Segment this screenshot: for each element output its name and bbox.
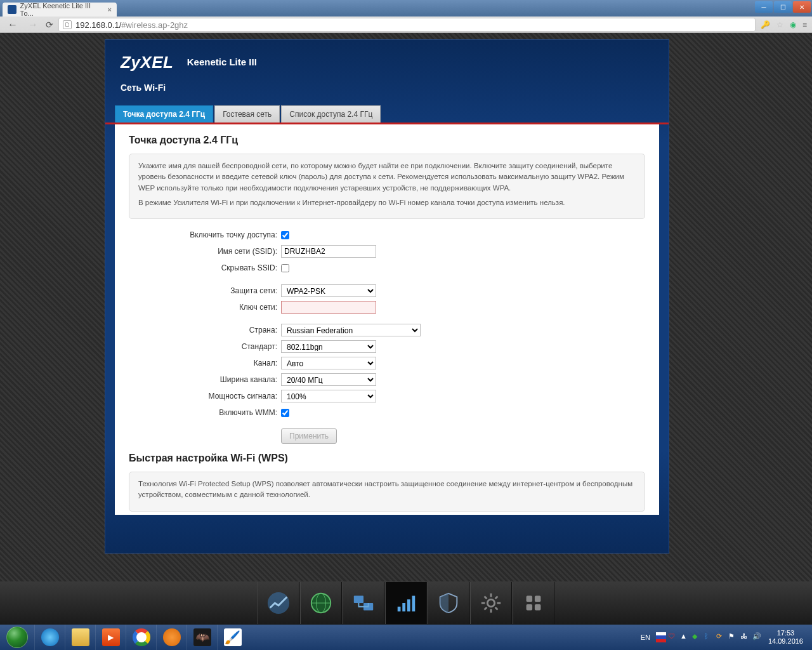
gear-icon	[479, 591, 503, 615]
enable-ap-label: Включить точку доступа:	[129, 230, 281, 239]
reload-button[interactable]: ⟳	[46, 20, 53, 30]
country-label: Страна:	[129, 326, 281, 335]
svg-rect-8	[402, 603, 405, 611]
nav-security[interactable]	[428, 582, 469, 624]
tab-access-list[interactable]: Список доступа 2.4 ГГц	[281, 105, 381, 123]
hide-ssid-checkbox[interactable]	[281, 264, 289, 272]
tray-network-icon[interactable]: 🖧	[740, 632, 750, 642]
taskbar-app2[interactable]: 🦇	[187, 625, 217, 650]
tray-shield-icon[interactable]: 🛡	[668, 632, 678, 642]
monitor-icon	[266, 591, 291, 615]
svg-point-11	[487, 599, 494, 606]
taskbar-media[interactable]: ▶	[95, 625, 126, 650]
taskbar-app3[interactable]: 🖌️	[217, 625, 247, 650]
power-select[interactable]: 100%	[281, 390, 376, 402]
nav-monitor[interactable]	[258, 582, 299, 624]
browser-chrome: ZyXEL Keenetic Lite III То... × ─ ☐ ✕ ← …	[0, 0, 812, 33]
router-admin-panel: ZyXEL Keenetic Lite III Сеть Wi-Fi Точка…	[105, 39, 669, 554]
menu-icon[interactable]: ≡	[802, 20, 807, 29]
forward-button[interactable]: →	[25, 19, 41, 30]
window-maximize-button[interactable]: ☐	[774, 1, 792, 13]
tab-close-icon[interactable]: ×	[108, 6, 112, 13]
tray-clock[interactable]: 17:53 14.09.2016	[764, 629, 807, 646]
nav-apps[interactable]	[513, 582, 554, 624]
tab-guest[interactable]: Гостевая сеть	[214, 105, 280, 123]
width-select[interactable]: 20/40 МГц	[281, 373, 376, 386]
wifi-form: Включить точку доступа: Имя сети (SSID):…	[129, 228, 645, 444]
window-controls: ─ ☐ ✕	[754, 0, 812, 14]
taskbar-app1[interactable]	[156, 625, 187, 650]
tab-favicon	[8, 5, 16, 14]
svg-rect-5	[354, 596, 363, 603]
tray-chevron-icon[interactable]: ▲	[680, 632, 690, 642]
nav-internet[interactable]	[300, 582, 342, 624]
taskbar-explorer[interactable]	[65, 625, 95, 650]
media-icon: ▶	[102, 628, 120, 646]
nav-network[interactable]	[343, 582, 384, 624]
standard-select[interactable]: 802.11bgn	[281, 340, 376, 353]
tray-av-icon[interactable]: ◆	[692, 632, 702, 642]
start-button[interactable]	[0, 625, 34, 650]
browser-tab[interactable]: ZyXEL Keenetic Lite III То... ×	[3, 3, 117, 17]
tray-update-icon[interactable]: ⟳	[716, 632, 726, 642]
security-label: Защита сети:	[129, 286, 281, 295]
bat-icon: 🦇	[193, 628, 211, 646]
url-input[interactable]: 🗋 192.168.0.1/#wireless.ap-2ghz	[58, 18, 756, 32]
svg-rect-22	[527, 604, 533, 611]
tab-ap-24ghz[interactable]: Точка доступа 2.4 ГГц	[115, 105, 213, 123]
extension-icons: 🔑 ☆ ◉ ≡	[761, 20, 807, 29]
address-bar: ← → ⟳ 🗋 192.168.0.1/#wireless.ap-2ghz 🔑 …	[0, 17, 812, 33]
tab-title: ZyXEL Keenetic Lite III То...	[20, 2, 104, 17]
model-name: Keenetic Lite III	[187, 56, 257, 67]
apply-button-1[interactable]: Применить	[281, 428, 337, 444]
standard-label: Стандарт:	[129, 342, 281, 351]
channel-label: Канал:	[129, 359, 281, 368]
adguard-icon[interactable]: ◉	[790, 20, 796, 29]
hide-ssid-label: Скрывать SSID:	[129, 263, 281, 272]
key-icon[interactable]: 🔑	[761, 20, 770, 29]
tray-action-icon[interactable]: ⚑	[728, 632, 738, 642]
ssid-input[interactable]	[281, 245, 376, 258]
tray-flag-icon[interactable]	[656, 632, 666, 642]
security-select[interactable]: WPA2-PSK	[281, 284, 376, 297]
key-label: Ключ сети:	[129, 303, 281, 312]
enable-ap-checkbox[interactable]	[281, 231, 289, 239]
nav-wifi[interactable]	[385, 582, 427, 624]
tab-bar: ZyXEL Keenetic Lite III То... × ─ ☐ ✕	[0, 0, 812, 17]
ssid-label: Имя сети (SSID):	[129, 247, 281, 256]
window-close-button[interactable]: ✕	[793, 1, 811, 13]
star-icon[interactable]: ☆	[776, 20, 783, 29]
network-icon	[351, 591, 376, 615]
svg-line-16	[485, 597, 487, 599]
router-header: ZyXEL Keenetic Lite III Сеть Wi-Fi	[105, 40, 669, 99]
svg-rect-23	[535, 604, 541, 611]
router-bottom-nav	[0, 581, 812, 625]
channel-select[interactable]: Авто	[281, 357, 376, 369]
page-title: Точка доступа 2.4 ГГц	[129, 135, 645, 146]
orange-circle-icon	[163, 628, 181, 646]
svg-rect-21	[535, 596, 541, 602]
taskbar-ie[interactable]	[34, 625, 65, 650]
wifi-bars-icon	[394, 591, 418, 615]
nav-settings[interactable]	[470, 582, 512, 624]
apps-grid-icon	[521, 591, 546, 615]
tray-bt-icon[interactable]: ᛒ	[704, 632, 714, 642]
taskbar-chrome[interactable]	[126, 625, 156, 650]
wmm-checkbox[interactable]	[281, 409, 289, 417]
country-select[interactable]: Russian Federation	[281, 324, 421, 336]
tray-volume-icon[interactable]: 🔊	[752, 632, 763, 642]
language-indicator[interactable]: EN	[641, 633, 650, 641]
svg-rect-9	[407, 599, 410, 611]
svg-rect-20	[527, 596, 533, 602]
svg-rect-10	[412, 596, 416, 612]
svg-line-17	[495, 607, 498, 610]
power-label: Мощность сигнала:	[129, 392, 281, 401]
window-minimize-button[interactable]: ─	[755, 1, 773, 13]
windows-logo-icon	[6, 627, 28, 648]
wps-info-box: Технология Wi-Fi Protected Setup (WPS) п…	[129, 472, 645, 512]
svg-line-18	[485, 607, 487, 610]
ie-icon	[41, 628, 59, 646]
globe-icon	[309, 591, 333, 615]
back-button[interactable]: ←	[5, 19, 20, 30]
key-input[interactable]	[281, 301, 376, 314]
